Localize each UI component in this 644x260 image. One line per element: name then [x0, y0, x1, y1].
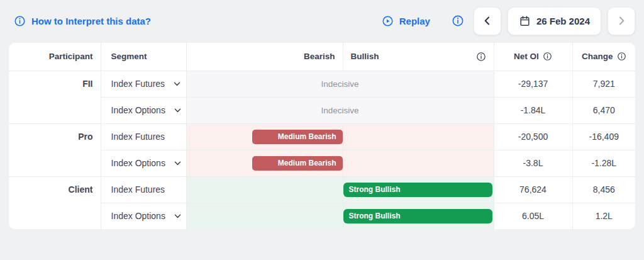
segment-label: Index Futures	[111, 79, 165, 89]
prev-date-button[interactable]	[474, 7, 501, 35]
segment-label: Index Options	[111, 211, 165, 221]
table-row: FII Index Futures Indecisive -29,137 7,9…	[9, 71, 635, 97]
participant-cell-fii: FII	[9, 71, 101, 123]
info-icon	[14, 15, 26, 27]
segment-label: Index Options	[111, 105, 165, 115]
bearish-cell	[186, 176, 343, 203]
segment-label: Index Options	[111, 158, 165, 168]
segment-label: Index Futures	[111, 132, 165, 142]
calendar-icon	[519, 15, 531, 27]
sentiment-badge: Medium Bearish	[252, 156, 343, 171]
play-circle-icon	[382, 15, 394, 27]
sentiment-badge: Strong Bullish	[343, 209, 492, 223]
change-value: 7,921	[572, 71, 635, 97]
segment-cell: Index Futures	[101, 176, 186, 203]
participant-sentiment-card: Participant Segment Bearish Bullish Net …	[9, 43, 635, 229]
replay-label: Replay	[399, 16, 430, 26]
table-row: Index Options Medium Bearish -3.8L -1.28…	[9, 150, 635, 176]
bullish-cell	[343, 123, 494, 150]
col-header-segment: Segment	[101, 43, 186, 71]
change-header-label: Change	[582, 52, 613, 61]
sentiment-cell: Indecisive	[186, 71, 494, 97]
sentiment-cell: Indecisive	[186, 97, 494, 123]
table-row: Index Options Strong Bullish 6.05L 1.2L	[9, 203, 635, 229]
change-value: 8,456	[572, 176, 635, 203]
date-label: 26 Feb 2024	[536, 16, 590, 26]
col-header-net-oi: Net OI	[494, 43, 572, 71]
segment-label: Index Futures	[111, 184, 165, 195]
how-to-interpret-link[interactable]: How to Interpret this data?	[14, 15, 151, 27]
bearish-cell	[186, 203, 343, 229]
net-oi-info-icon[interactable]	[543, 52, 552, 61]
info-icon	[452, 14, 464, 27]
bullish-cell: Strong Bullish	[343, 176, 494, 203]
how-to-interpret-label: How to Interpret this data?	[31, 16, 151, 26]
segment-dropdown[interactable]: Index Options	[101, 203, 186, 229]
toolbar: How to Interpret this data? Replay 26 Fe…	[0, 0, 644, 40]
col-header-change: Change	[572, 43, 635, 71]
chevron-down-icon	[173, 212, 182, 221]
next-date-button[interactable]	[608, 7, 635, 35]
bullish-header-label: Bullish	[351, 52, 379, 61]
chevron-down-icon	[173, 159, 182, 168]
net-oi-value: 76,624	[494, 176, 572, 203]
change-value: 6,470	[572, 97, 635, 123]
replay-info-icon[interactable]	[452, 14, 464, 27]
chevron-left-icon	[481, 14, 494, 27]
replay-button[interactable]: Replay	[382, 15, 430, 27]
table-row: Index Options Indecisive -1.84L 6,470	[9, 97, 635, 123]
col-header-bullish: Bullish	[343, 43, 494, 71]
change-info-icon[interactable]	[617, 52, 626, 61]
segment-dropdown[interactable]: Index Options	[101, 97, 186, 123]
bullish-cell	[343, 150, 494, 176]
segment-dropdown[interactable]: Index Futures	[101, 71, 186, 97]
net-oi-header-label: Net OI	[514, 52, 539, 61]
change-value: -16,409	[572, 123, 635, 150]
bearish-cell: Medium Bearish	[186, 150, 343, 176]
change-value: -1.28L	[572, 150, 635, 176]
bearish-cell: Medium Bearish	[186, 123, 343, 150]
net-oi-value: -3.8L	[494, 150, 572, 176]
sentiment-badge: Medium Bearish	[252, 130, 343, 144]
date-picker-button[interactable]: 26 Feb 2024	[508, 7, 601, 35]
sentiment-badge: Strong Bullish	[343, 183, 492, 197]
col-header-participant: Participant	[9, 43, 101, 71]
participant-cell-pro: Pro	[9, 123, 101, 176]
net-oi-value: -20,500	[494, 123, 572, 150]
participant-cell-client: Client	[9, 176, 101, 229]
participant-table: Participant Segment Bearish Bullish Net …	[9, 43, 635, 229]
col-header-bearish: Bearish	[186, 43, 343, 71]
chevron-right-icon	[615, 14, 628, 27]
segment-cell: Index Futures	[101, 123, 186, 150]
segment-dropdown[interactable]: Index Options	[101, 150, 186, 176]
change-value: 1.2L	[572, 203, 635, 229]
net-oi-value: -29,137	[494, 71, 572, 97]
bullish-cell: Strong Bullish	[343, 203, 494, 229]
bullish-info-icon[interactable]	[476, 52, 486, 62]
table-header-row: Participant Segment Bearish Bullish Net …	[9, 43, 635, 71]
net-oi-value: -1.84L	[494, 97, 572, 123]
table-row: Client Index Futures Strong Bullish 76,6…	[9, 176, 635, 203]
chevron-down-icon	[172, 79, 182, 89]
table-row: Pro Index Futures Medium Bearish -20,500…	[9, 123, 635, 150]
net-oi-value: 6.05L	[494, 203, 572, 229]
chevron-down-icon	[173, 106, 182, 115]
